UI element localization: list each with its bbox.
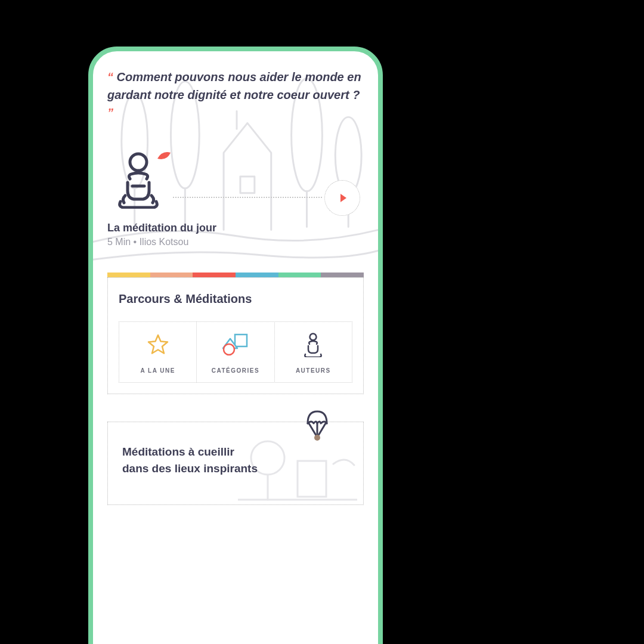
category-grid: A LA UNE CATÉGORIES [119, 321, 352, 383]
strip-segment [193, 273, 236, 277]
quote-open-mark: “ [107, 70, 113, 83]
daily-quote: “ Comment pouvons nous aider le monde en… [107, 68, 364, 122]
quote-text: Comment pouvons nous aider le monde en g… [107, 70, 361, 101]
category-label: A LA UNE [140, 367, 175, 374]
svg-point-13 [310, 334, 317, 340]
parcours-section: Parcours & Méditations A LA UNE [107, 273, 364, 394]
svg-point-12 [224, 344, 234, 355]
meditation-author: Ilios Kotsou [140, 237, 189, 247]
daily-meditation-meta: 5 Min • Ilios Kotsou [107, 237, 364, 247]
category-label: AUTEURS [296, 367, 331, 374]
category-label: CATÉGORIES [212, 367, 259, 374]
svg-rect-11 [235, 335, 247, 346]
category-featured[interactable]: A LA UNE [119, 321, 197, 383]
locations-card[interactable]: Méditations à cueillir dans des lieux in… [107, 422, 364, 505]
daily-meditation-title: La méditation du jour [107, 222, 364, 234]
progress-track [173, 197, 322, 198]
strip-segment [150, 273, 193, 277]
parcours-title: Parcours & Méditations [119, 292, 352, 306]
strip-segment [321, 273, 364, 277]
parachute-icon [304, 409, 330, 445]
daily-meditation-hero: La méditation du jour 5 Min • Ilios Kots… [107, 140, 364, 247]
play-button[interactable] [324, 180, 360, 216]
shapes-icon [222, 332, 249, 358]
svg-line-15 [318, 423, 326, 435]
star-icon [147, 332, 169, 358]
svg-point-9 [130, 154, 147, 171]
locations-title-line2: dans des lieux inspirants [122, 460, 349, 477]
meditation-icon [301, 332, 325, 358]
leaf-accent-icon [156, 150, 172, 163]
meditation-duration: 5 Min [107, 237, 131, 247]
svg-line-14 [309, 423, 316, 435]
locations-section: Méditations à cueillir dans des lieux in… [107, 422, 364, 505]
strip-segment [236, 273, 278, 277]
category-categories[interactable]: CATÉGORIES [196, 321, 274, 383]
play-icon [340, 194, 346, 202]
quote-close-mark: ” [107, 106, 113, 119]
category-authors[interactable]: AUTEURS [274, 321, 352, 383]
strip-segment [278, 273, 321, 277]
color-strip [107, 273, 364, 277]
phone-frame: “ Comment pouvons nous aider le monde en… [88, 47, 383, 644]
app-screen: “ Comment pouvons nous aider le monde en… [93, 51, 378, 644]
strip-segment [107, 273, 150, 277]
svg-point-17 [314, 435, 320, 441]
locations-title-line1: Méditations à cueillir [122, 444, 349, 460]
